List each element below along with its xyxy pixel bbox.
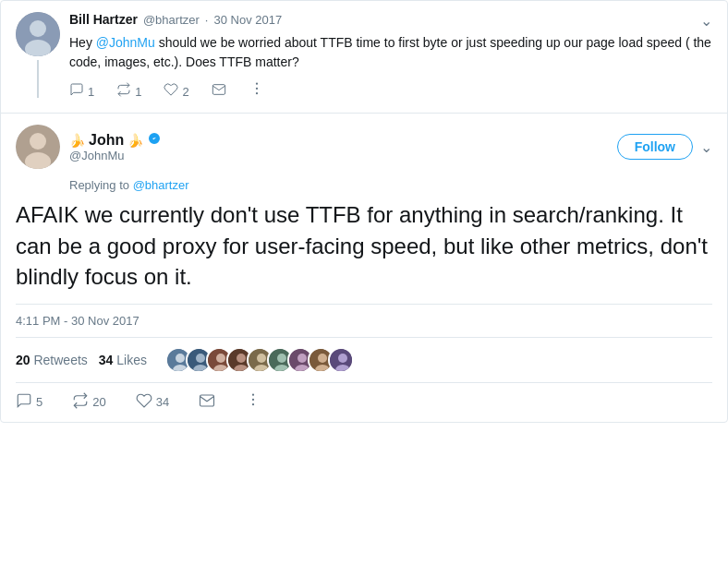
main-mail-icon <box>199 392 215 413</box>
main-tweet-header: 🍌 John 🍌 @JohnMu Follow ⌄ <box>16 125 712 169</box>
original-tweet-header-row: Bill Hartzer @bhartzer · 30 Nov 2017 ⌄ <box>69 12 712 30</box>
bill-handle[interactable]: @bhartzer <box>143 13 200 27</box>
retweet-likes-section: 20 Retweets 34 Likes <box>16 337 712 382</box>
follow-button-section: Follow ⌄ <box>617 134 712 160</box>
tweet-text-before: Hey <box>69 35 96 50</box>
svg-point-1 <box>30 20 46 37</box>
original-tweet-header: Bill Hartzer @bhartzer · 30 Nov 2017 <box>69 12 282 27</box>
john-name-row: 🍌 John 🍌 <box>69 131 162 149</box>
bill-avatar-img <box>16 12 60 56</box>
retweet-action[interactable]: 1 <box>116 82 141 101</box>
svg-point-19 <box>257 354 266 363</box>
main-tweet-user-section: 🍌 John 🍌 @JohnMu <box>16 125 162 169</box>
likes-stat[interactable]: 34 Likes <box>99 353 147 367</box>
likers-avatars <box>165 347 354 373</box>
like-action[interactable]: 2 <box>164 82 188 101</box>
svg-point-7 <box>176 354 185 363</box>
liker-avatar-9[interactable] <box>328 347 354 373</box>
svg-point-16 <box>237 354 246 363</box>
main-like-action[interactable]: 34 <box>136 392 169 413</box>
john-handle[interactable]: @JohnMu <box>69 149 162 162</box>
retweet-icon <box>116 82 131 101</box>
original-tweet-chevron[interactable]: ⌄ <box>700 12 712 30</box>
original-tweet-date-value: 30 Nov 2017 <box>213 13 282 27</box>
original-tweet-avatar-col <box>16 12 60 102</box>
main-tweet-actions: 5 20 34 <box>16 382 712 422</box>
main-tweet-text: AFAIK we currently don't use TTFB for an… <box>16 199 712 304</box>
main-reply-icon <box>16 392 32 413</box>
main-reply-count: 5 <box>36 395 42 409</box>
thread-line <box>37 60 39 98</box>
mail-icon <box>212 82 226 101</box>
john-emoji-right: 🍌 <box>127 133 143 148</box>
follow-button[interactable]: Follow <box>617 134 693 160</box>
john-username[interactable]: John <box>89 132 124 149</box>
main-tweet-user-info: 🍌 John 🍌 @JohnMu <box>69 131 162 162</box>
more-icon <box>249 81 265 102</box>
tweet-container: Bill Hartzer @bhartzer · 30 Nov 2017 ⌄ H… <box>0 0 728 423</box>
main-mail-action[interactable] <box>199 392 215 413</box>
main-retweet-action[interactable]: 20 <box>72 392 105 413</box>
svg-point-10 <box>196 354 205 363</box>
svg-point-22 <box>277 354 286 363</box>
likes-count: 34 <box>99 353 114 367</box>
replying-to: Replying to @bhartzer <box>16 178 712 192</box>
retweets-count: 20 <box>16 353 30 367</box>
retweets-stat[interactable]: 20 Retweets <box>16 353 88 367</box>
heart-icon <box>164 82 178 101</box>
svg-point-25 <box>297 354 307 363</box>
verified-icon <box>147 131 162 149</box>
svg-point-13 <box>216 354 225 363</box>
likes-label: Likes <box>116 353 147 367</box>
john-emoji-left: 🍌 <box>69 133 85 148</box>
main-retweet-icon <box>72 392 89 413</box>
tweet-text-mention[interactable]: @JohnMu <box>96 35 155 50</box>
svg-point-28 <box>318 354 327 363</box>
main-tweet: 🍌 John 🍌 @JohnMu Follow ⌄ Replying to @b… <box>1 114 727 422</box>
original-tweet-text: Hey @JohnMu should we be worried about T… <box>69 33 712 72</box>
tweet-text-after: should we be worried about TTFB time to … <box>69 35 711 69</box>
reply-icon <box>69 82 84 101</box>
main-more-action[interactable] <box>245 392 261 413</box>
reply-action[interactable]: 1 <box>69 82 94 101</box>
john-tweet-chevron[interactable]: ⌄ <box>700 138 712 156</box>
replying-to-mention[interactable]: @bhartzer <box>133 178 189 192</box>
main-retweet-count: 20 <box>92 395 105 409</box>
original-tweet-body: Bill Hartzer @bhartzer · 30 Nov 2017 ⌄ H… <box>69 12 712 102</box>
original-tweet-actions: 1 1 2 <box>69 81 712 102</box>
original-tweet-date: · <box>205 13 209 27</box>
retweets-label: Retweets <box>33 353 87 367</box>
tweet-timestamp: 4:11 PM - 30 Nov 2017 <box>16 304 712 337</box>
bill-username[interactable]: Bill Hartzer <box>69 12 138 27</box>
replying-to-text: Replying to <box>69 178 133 192</box>
like-count: 2 <box>182 85 188 99</box>
bill-avatar[interactable] <box>16 12 60 56</box>
main-reply-action[interactable]: 5 <box>16 392 42 413</box>
john-avatar[interactable] <box>16 125 60 169</box>
more-action[interactable] <box>249 81 265 102</box>
reply-count: 1 <box>88 85 94 99</box>
retweet-count: 1 <box>135 85 141 99</box>
svg-point-4 <box>30 133 46 150</box>
main-heart-icon <box>136 392 152 413</box>
main-more-icon <box>245 392 261 413</box>
main-like-count: 34 <box>156 395 169 409</box>
svg-point-31 <box>338 354 347 363</box>
mail-action[interactable] <box>212 82 226 101</box>
original-tweet: Bill Hartzer @bhartzer · 30 Nov 2017 ⌄ H… <box>1 1 727 114</box>
